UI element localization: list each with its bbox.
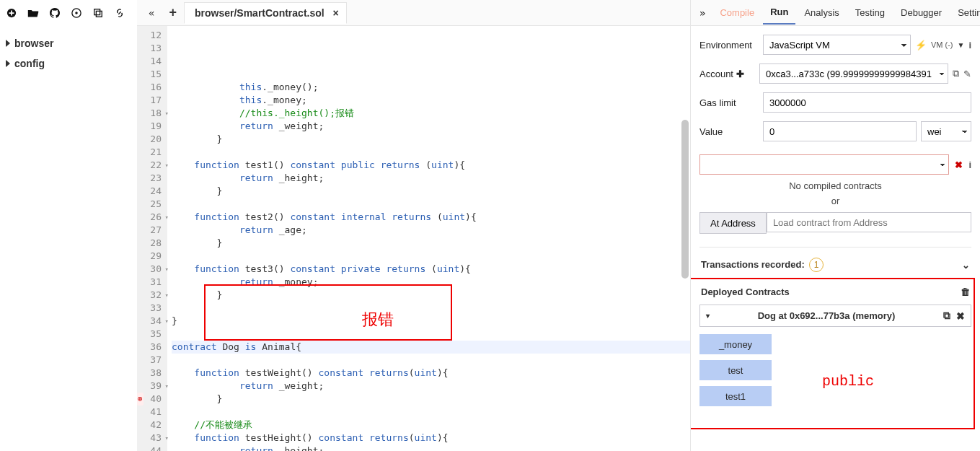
- right-panel: » Compile Run Analysis Testing Debugger …: [690, 0, 980, 451]
- collapse-right-icon[interactable]: »: [694, 7, 711, 19]
- file-sidebar: browser config: [0, 0, 137, 451]
- chevron-down-icon[interactable]: ⌄: [962, 260, 970, 271]
- tab-bar: « + browser/SmartContract.sol ×: [137, 0, 690, 26]
- vertical-scrollbar[interactable]: [680, 26, 690, 451]
- info-icon[interactable]: i: [968, 159, 971, 170]
- value-label: Value: [699, 126, 759, 137]
- deployed-title: Deployed Contracts: [701, 286, 790, 297]
- account-select[interactable]: 0xca3...a733c (99.99999999999984391: [759, 64, 948, 84]
- tree-item-browser[interactable]: browser: [4, 33, 132, 53]
- tab-testing[interactable]: Testing: [848, 1, 892, 24]
- fn-test1-button[interactable]: test1: [699, 386, 772, 406]
- gas-label: Gas limit: [699, 97, 759, 108]
- code-text[interactable]: this._money(); this._money; //this._heig…: [167, 26, 690, 451]
- gas-input[interactable]: [763, 92, 971, 113]
- edit-account-icon[interactable]: ✎: [963, 69, 971, 79]
- at-address-button[interactable]: At Address: [699, 212, 767, 234]
- account-label: Account ✚: [699, 69, 755, 79]
- svg-point-2: [75, 12, 78, 14]
- copy-instance-icon[interactable]: ⧉: [943, 310, 950, 322]
- tab-analysis[interactable]: Analysis: [797, 1, 846, 24]
- env-label: Environment: [699, 40, 759, 51]
- editor-tab[interactable]: browser/SmartContract.sol ×: [184, 2, 347, 24]
- function-buttons: _money test test1: [699, 327, 971, 413]
- tree-item-config[interactable]: config: [4, 53, 132, 74]
- collapse-left-icon[interactable]: «: [141, 7, 162, 19]
- tx-recorded-header[interactable]: Transactions recorded:1 ⌄: [699, 247, 971, 279]
- info-icon[interactable]: i: [968, 40, 971, 51]
- caret-down-icon[interactable]: ▼: [957, 41, 964, 49]
- tab-run[interactable]: Run: [763, 1, 795, 25]
- right-tabs: » Compile Run Analysis Testing Debugger …: [691, 0, 980, 26]
- trash-icon[interactable]: 🗑: [961, 286, 970, 297]
- value-input[interactable]: [763, 121, 917, 141]
- tab-settings[interactable]: Settings: [950, 1, 980, 24]
- editor-column: « + browser/SmartContract.sol × 12131415…: [137, 0, 690, 451]
- fn-money-button[interactable]: _money: [699, 334, 772, 354]
- value-unit-select[interactable]: wei: [921, 121, 971, 141]
- close-tab-icon[interactable]: ×: [332, 7, 338, 19]
- link-icon[interactable]: [114, 7, 125, 19]
- gist-icon[interactable]: [71, 7, 82, 19]
- tab-title: browser/SmartContract.sol: [195, 7, 325, 19]
- file-tree: browser config: [0, 27, 136, 79]
- svg-rect-4: [96, 11, 102, 17]
- tx-count-badge: 1: [809, 258, 824, 272]
- folder-open-icon[interactable]: [27, 7, 39, 19]
- svg-rect-3: [94, 9, 100, 15]
- close-instance-icon[interactable]: ✖: [956, 310, 965, 322]
- tree-label: browser: [14, 38, 53, 49]
- tree-label: config: [14, 58, 45, 69]
- code-area[interactable]: 1213141516171819202122232425262728293031…: [137, 26, 690, 451]
- new-tab-icon[interactable]: +: [162, 5, 184, 20]
- contract-select[interactable]: [699, 154, 949, 175]
- caret-right-icon: [6, 40, 10, 47]
- tab-compile[interactable]: Compile: [712, 1, 762, 24]
- at-address-input[interactable]: [767, 212, 971, 232]
- fn-test-button[interactable]: test: [699, 360, 772, 380]
- github-icon[interactable]: [49, 7, 61, 19]
- add-account-icon[interactable]: ✚: [736, 69, 744, 79]
- plus-circle-icon[interactable]: [6, 7, 17, 19]
- warning-icon: ✖: [955, 159, 963, 170]
- run-panel-body: Environment JavaScript VM ⚡ VM (-) ▼ i A…: [691, 26, 980, 451]
- instance-header[interactable]: ▾ Dog at 0x692...77b3a (memory) ⧉ ✖: [699, 305, 971, 327]
- scrollbar-thumb[interactable]: [681, 120, 689, 279]
- line-gutter: 1213141516171819202122232425262728293031…: [137, 26, 167, 451]
- tab-debugger[interactable]: Debugger: [893, 1, 949, 24]
- plug-icon: ⚡: [915, 40, 927, 51]
- caret-right-icon: [6, 60, 10, 67]
- vm-hint: VM (-): [931, 40, 953, 49]
- copy-account-icon[interactable]: ⧉: [953, 68, 959, 79]
- env-select[interactable]: JavaScript VM: [763, 35, 911, 55]
- copy-all-icon[interactable]: [92, 7, 104, 19]
- instance-name: Dog at 0x692...77b3a (memory): [715, 310, 937, 321]
- caret-down-icon[interactable]: ▾: [706, 312, 710, 320]
- or-text: or: [699, 196, 971, 206]
- no-compiled-text: No compiled contracts: [699, 180, 971, 191]
- sidebar-toolbar: [0, 0, 136, 27]
